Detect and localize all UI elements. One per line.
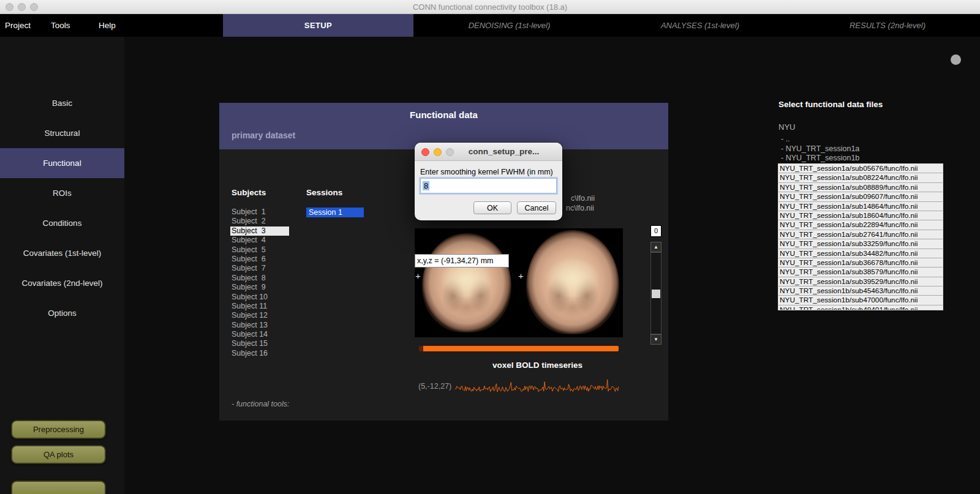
- crosshair-icon: +: [415, 272, 421, 280]
- slider-up-arrow-icon[interactable]: ▲: [650, 242, 662, 252]
- subjects-heading: Subjects: [232, 188, 266, 197]
- dialog-prompt: Enter smoothing kernel FWHM (in mm): [420, 168, 553, 176]
- sidebar-item-functional[interactable]: Functional: [0, 148, 124, 178]
- dialog-zoom-button[interactable]: [446, 148, 454, 156]
- functional-tools-label: - functional tools:: [232, 400, 290, 408]
- slider-down-arrow-icon[interactable]: ▼: [650, 334, 662, 345]
- tab-setup[interactable]: SETUP: [223, 14, 413, 37]
- menu-help[interactable]: Help: [94, 14, 121, 37]
- volume-position-bar[interactable]: [419, 346, 619, 351]
- subject-row[interactable]: Subject 1: [230, 208, 289, 217]
- slice-slider-thumb[interactable]: [652, 290, 660, 298]
- subject-row[interactable]: Subject 13: [230, 321, 289, 330]
- subject-row[interactable]: Subject 11: [230, 302, 289, 311]
- crosshair-icon: +: [518, 272, 524, 280]
- sidebar-item-rois[interactable]: ROIs: [0, 178, 124, 208]
- subject-row[interactable]: Subject 2: [230, 217, 289, 226]
- functional-file-path-1: c\lfo.nii: [571, 194, 595, 203]
- file-row-selected[interactable]: NYU_TRT_session1a/sub39529/func/lfo.nii: [778, 277, 943, 286]
- subjects-list[interactable]: Subject 1Subject 2Subject 3Subject 4Subj…: [230, 208, 289, 358]
- fwhm-input-value: 8: [423, 181, 429, 190]
- brain-slice-right[interactable]: [526, 230, 619, 334]
- file-row-selected[interactable]: NYU_TRT_session1a/sub38579/func/lfo.nii: [778, 268, 943, 277]
- panel-title: Functional data: [219, 110, 668, 120]
- file-row-selected[interactable]: NYU_TRT_session1a/sub27641/func/lfo.nii: [778, 230, 943, 239]
- dialog-minimize-button[interactable]: [434, 148, 442, 156]
- window-title: CONN functional connectivity toolbox (18…: [413, 2, 567, 12]
- file-row-selected[interactable]: NYU_TRT_session1b/sub47000/func/lfo.nii: [778, 296, 943, 305]
- tab-analyses-1st-level[interactable]: ANALYSES (1st-level): [605, 14, 795, 37]
- subject-row[interactable]: Subject 6: [230, 255, 289, 264]
- timeseries-title: voxel BOLD timeseries: [456, 361, 619, 370]
- sidebar-item-options[interactable]: Options: [0, 298, 124, 328]
- sessions-heading: Sessions: [306, 188, 342, 197]
- file-row-selected[interactable]: NYU_TRT_session1a/sub33259/func/lfo.nii: [778, 239, 943, 249]
- folder-tree-item[interactable]: - NYU_TRT_session1a: [781, 144, 859, 154]
- menubar: ProjectToolsHelp SETUPDENOISING (1st-lev…: [0, 14, 980, 37]
- file-panel-root-folder: NYU: [778, 122, 795, 132]
- tab-denoising-1st-level[interactable]: DENOISING (1st-level): [413, 14, 605, 37]
- slice-index-field[interactable]: 0: [650, 225, 662, 237]
- subject-row[interactable]: Subject 7: [230, 264, 289, 273]
- menu-tools[interactable]: Tools: [46, 14, 75, 37]
- file-row-selected[interactable]: NYU_TRT_session1b/sub49401/func/lfo.nii: [778, 305, 943, 310]
- window-zoom-button[interactable]: [30, 3, 38, 11]
- file-row-selected[interactable]: NYU_TRT_session1a/sub08224/func/lfo.nii: [778, 173, 943, 182]
- subject-row[interactable]: Subject 5: [230, 245, 289, 255]
- sidebar-item-structural[interactable]: Structural: [0, 118, 124, 148]
- bold-timeseries-plot: [455, 373, 619, 400]
- partial-bottom-button[interactable]: [11, 481, 106, 494]
- sidebar-item-conditions[interactable]: Conditions: [0, 208, 124, 238]
- slice-slider-track[interactable]: [650, 252, 662, 334]
- window-close-button[interactable]: [6, 3, 13, 11]
- file-row-selected[interactable]: NYU_TRT_session1a/sub36678/func/lfo.nii: [778, 258, 943, 268]
- dialog-titlebar: conn_setup_pre...: [415, 143, 562, 161]
- timeseries-coords: (5,-12,27): [418, 382, 451, 391]
- file-row-selected[interactable]: NYU_TRT_session1a/sub18604/func/lfo.nii: [778, 211, 943, 220]
- subject-row[interactable]: Subject 4: [230, 236, 289, 245]
- preprocessing-button[interactable]: Preprocessing: [11, 420, 106, 439]
- qa-plots-button[interactable]: QA plots: [11, 445, 106, 464]
- subject-row[interactable]: Subject 14: [230, 330, 289, 339]
- subject-row[interactable]: Subject 16: [230, 349, 289, 358]
- subject-row[interactable]: Subject 3: [230, 226, 289, 236]
- file-panel-heading: Select functional data files: [778, 100, 883, 109]
- file-row-selected[interactable]: NYU_TRT_session1a/sub05676/func/lfo.nii: [778, 164, 943, 173]
- brain-slice-left[interactable]: [422, 233, 511, 332]
- menu-project[interactable]: Project: [0, 14, 36, 37]
- subject-row[interactable]: Subject 15: [230, 339, 289, 348]
- circular-button-partial[interactable]: [951, 54, 961, 65]
- session-row[interactable]: Session 1: [306, 208, 364, 217]
- subject-row[interactable]: Subject 8: [230, 274, 289, 283]
- file-row-selected[interactable]: NYU_TRT_session1a/sub34482/func/lfo.nii: [778, 249, 943, 258]
- sidebar-item-covariates-2nd-level[interactable]: Covariates (2nd-level): [0, 268, 124, 298]
- functional-file-path-2: nc\lfo.nii: [566, 204, 594, 212]
- file-row-selected[interactable]: NYU_TRT_session1a/sub22894/func/lfo.nii: [778, 220, 943, 230]
- tab-results-2nd-level[interactable]: RESULTS (2nd-level): [795, 14, 980, 37]
- sidebar-item-covariates-1st-level[interactable]: Covariates (1st-level): [0, 238, 124, 268]
- subject-row[interactable]: Subject 10: [230, 293, 289, 302]
- file-row-selected[interactable]: NYU_TRT_session1b/sub45463/func/lfo.nii: [778, 286, 943, 296]
- fwhm-input[interactable]: 8: [420, 178, 557, 193]
- file-row-selected[interactable]: NYU_TRT_session1a/sub09607/func/lfo.nii: [778, 192, 943, 201]
- subject-row[interactable]: Subject 12: [230, 311, 289, 320]
- window-titlebar: CONN functional connectivity toolbox (18…: [0, 0, 980, 14]
- dialog-close-button[interactable]: [421, 148, 429, 156]
- subject-row[interactable]: Subject 9: [230, 283, 289, 292]
- ok-button[interactable]: OK: [473, 201, 511, 214]
- selected-files-list[interactable]: NYU_TRT_session1a/sub05676/func/lfo.niiN…: [778, 163, 943, 310]
- sidebar-item-basic[interactable]: Basic: [0, 88, 124, 118]
- app-window: CONN functional connectivity toolbox (18…: [0, 0, 980, 494]
- window-minimize-button[interactable]: [18, 3, 26, 11]
- file-row-selected[interactable]: NYU_TRT_session1a/sub14864/func/lfo.nii: [778, 202, 943, 211]
- cancel-button[interactable]: Cancel: [517, 201, 556, 214]
- panel-subtitle: primary dataset: [232, 130, 295, 140]
- smoothing-dialog: conn_setup_pre... Enter smoothing kernel…: [415, 143, 562, 220]
- sessions-list[interactable]: Session 1: [306, 208, 364, 217]
- file-panel-folder-tree: - ..- NYU_TRT_session1a- NYU_TRT_session…: [781, 135, 859, 163]
- file-row-selected[interactable]: NYU_TRT_session1a/sub08889/func/lfo.nii: [778, 183, 943, 192]
- folder-tree-item[interactable]: - NYU_TRT_session1b: [781, 154, 859, 163]
- voxel-coords-label: x,y,z = (-91,34,27) mm: [415, 254, 509, 268]
- folder-tree-item[interactable]: - ..: [781, 135, 859, 144]
- brain-viewer[interactable]: + + x,y,z = (-91,34,27) mm: [415, 228, 623, 337]
